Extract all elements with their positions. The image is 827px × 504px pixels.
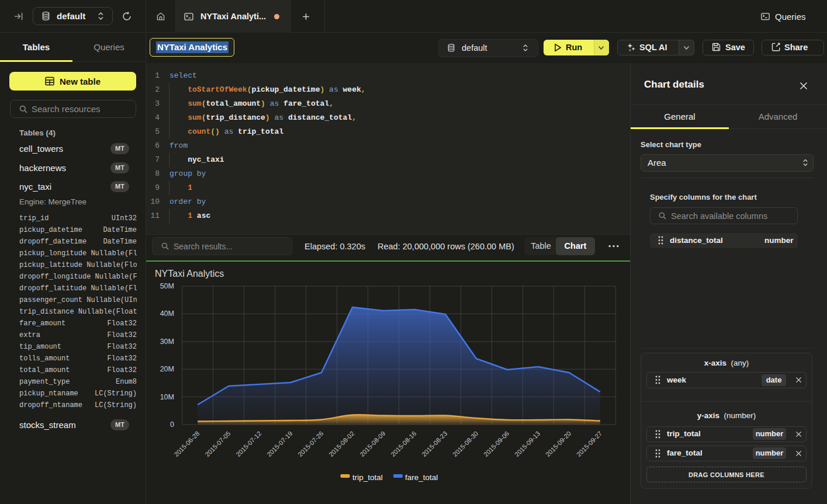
- svg-text:2015-07-26: 2015-07-26: [296, 430, 324, 458]
- svg-text:10M: 10M: [160, 393, 174, 401]
- svg-text:2015-06-28: 2015-06-28: [172, 430, 200, 458]
- svg-text:2015-07-12: 2015-07-12: [234, 430, 262, 458]
- svg-text:trip_total: trip_total: [352, 473, 383, 482]
- svg-text:NYTaxi Analytics: NYTaxi Analytics: [155, 269, 224, 279]
- svg-text:2015-09-20: 2015-09-20: [544, 430, 572, 458]
- svg-text:2015-09-06: 2015-09-06: [482, 430, 510, 458]
- svg-text:30M: 30M: [160, 338, 174, 346]
- svg-text:20M: 20M: [160, 365, 174, 373]
- svg-text:2015-09-27: 2015-09-27: [575, 430, 603, 458]
- svg-text:fare_total: fare_total: [405, 473, 438, 482]
- svg-text:2015-08-30: 2015-08-30: [451, 430, 479, 458]
- svg-text:2015-09-13: 2015-09-13: [513, 430, 541, 458]
- svg-text:0: 0: [170, 420, 174, 429]
- svg-text:40M: 40M: [160, 310, 174, 318]
- svg-text:2015-07-05: 2015-07-05: [203, 430, 231, 458]
- svg-text:2015-08-09: 2015-08-09: [358, 430, 386, 458]
- svg-text:2015-08-02: 2015-08-02: [327, 430, 355, 458]
- svg-text:2015-07-19: 2015-07-19: [265, 430, 293, 458]
- svg-text:2015-08-16: 2015-08-16: [389, 430, 417, 458]
- svg-text:2015-08-23: 2015-08-23: [420, 430, 448, 458]
- svg-text:50M: 50M: [160, 282, 174, 290]
